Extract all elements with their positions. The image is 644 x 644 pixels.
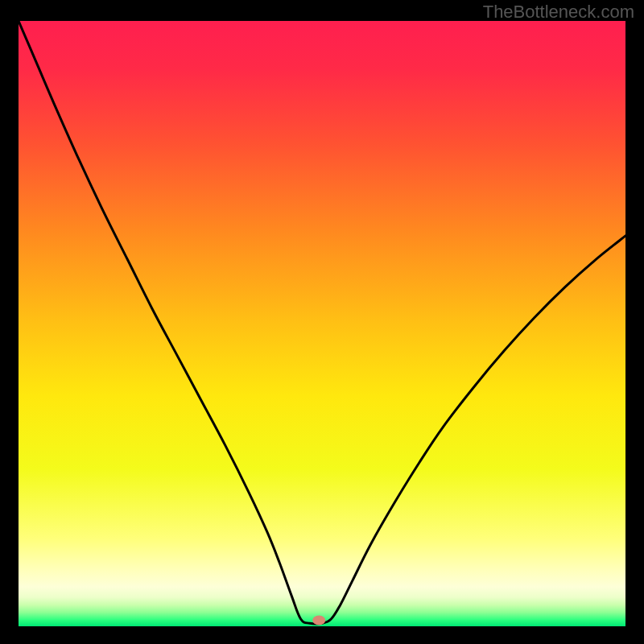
svg-rect-0 [19,21,625,626]
attribution-text: TheBottleneck.com [483,2,634,23]
optimum-marker [312,615,325,625]
plot-area [19,21,625,626]
chart-svg [19,21,625,626]
chart-container: TheBottleneck.com [0,0,644,644]
